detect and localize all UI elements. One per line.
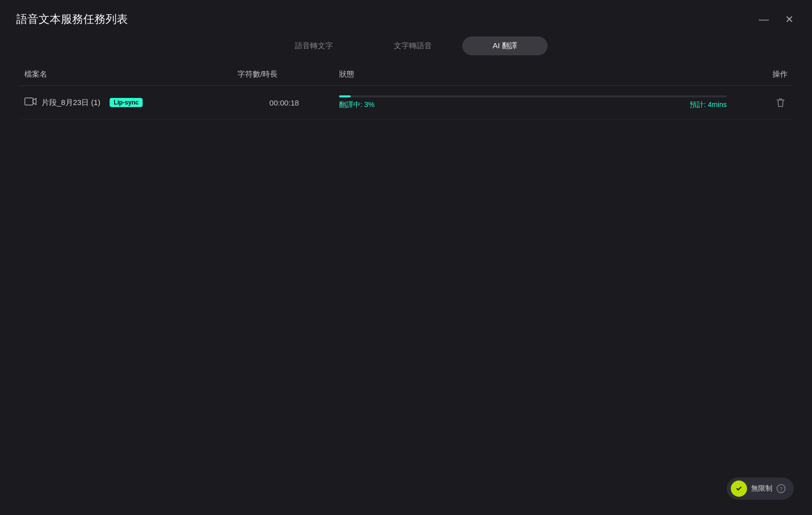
window-controls: — ✕ — [757, 11, 796, 27]
window-title: 語音文本服務任務列表 — [16, 12, 128, 27]
progress-track — [339, 95, 727, 97]
svg-marker-1 — [33, 98, 36, 105]
col-status: 狀態 — [335, 70, 731, 79]
file-cell: 片段_8月23日 (1) Lip-sync — [20, 96, 233, 109]
lipsync-badge: Lip-sync — [110, 98, 143, 107]
progress-fill — [339, 95, 351, 97]
minimize-button[interactable]: — — [757, 12, 771, 27]
table-header: 檔案名 字符數/時長 狀態 操作 — [20, 63, 792, 86]
col-duration: 字符數/時長 — [233, 70, 335, 79]
duration-cell: 00:00:18 — [233, 98, 335, 107]
unlimited-label: 無限制 — [751, 484, 772, 493]
svg-rect-0 — [25, 98, 33, 105]
file-name: 片段_8月23日 (1) — [42, 98, 100, 108]
status-cell: 翻譯中: 3% 預計: 4mins — [335, 95, 731, 110]
title-bar: 語音文本服務任務列表 — ✕ — [0, 0, 812, 37]
help-button[interactable]: ? — [776, 484, 786, 493]
col-filename: 檔案名 — [20, 70, 233, 79]
unlimited-icon — [731, 480, 747, 497]
tab-text-to-speech[interactable]: 文字轉語音 — [363, 37, 462, 55]
action-cell — [731, 95, 792, 110]
close-button[interactable]: ✕ — [783, 11, 796, 27]
task-table: 檔案名 字符數/時長 狀態 操作 片段_8月23日 (1) Lip-sync 0… — [0, 63, 812, 120]
status-text: 翻譯中: 3% — [339, 100, 375, 110]
table-row: 片段_8月23日 (1) Lip-sync 00:00:18 翻譯中: 3% 預… — [20, 86, 792, 120]
col-action: 操作 — [731, 70, 792, 79]
delete-button[interactable] — [773, 95, 788, 110]
status-row: 翻譯中: 3% 預計: 4mins — [339, 100, 727, 110]
estimate-text: 預計: 4mins — [690, 100, 727, 110]
tab-ai-translate[interactable]: AI 翻譯 — [462, 37, 548, 55]
tabs-container: 語音轉文字 文字轉語音 AI 翻譯 — [0, 37, 812, 55]
tab-speech-to-text[interactable]: 語音轉文字 — [264, 37, 363, 55]
bottom-bar: 無限制 ? — [727, 477, 794, 500]
svg-text:?: ? — [780, 486, 783, 492]
video-file-icon — [24, 96, 37, 109]
